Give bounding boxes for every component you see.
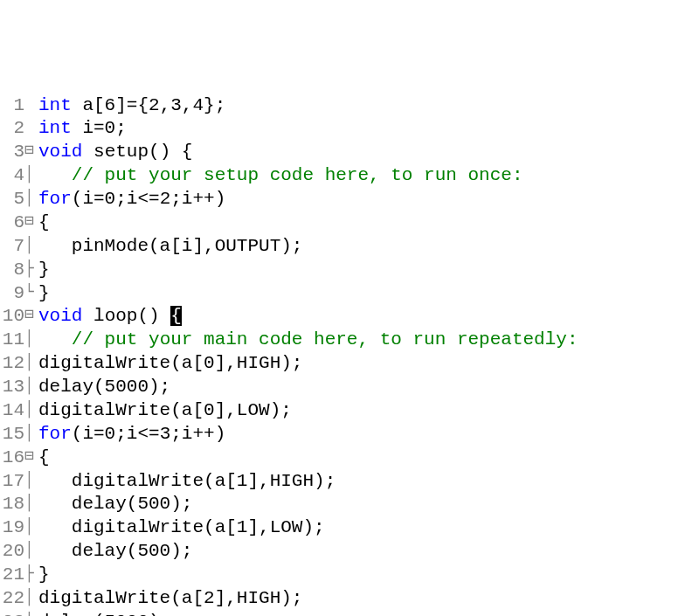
line-number: 9 [0,282,24,306]
line-number: 3 [0,141,24,164]
fold-gutter: │ [24,164,37,188]
code-line[interactable]: 1 int a[6]={2,3,4}; [0,94,699,118]
fold-gutter: │ [24,470,37,494]
code-line[interactable]: 22│digitalWrite(a[2],HIGH); [0,587,699,611]
fold-gutter: ├ [24,564,37,587]
code-line[interactable]: 4│ // put your setup code here, to run o… [0,164,699,188]
code-content: for(i=0;i<=3;i++) [37,423,225,446]
code-line[interactable]: 18│ delay(500); [0,493,699,516]
code-line[interactable]: 17│ digitalWrite(a[1],HIGH); [0,470,699,494]
code-content: } [37,282,50,306]
code-line[interactable]: 8├} [0,259,699,282]
line-number: 18 [0,493,24,516]
line-number: 14 [0,399,24,423]
code-line[interactable]: 7│ pinMode(a[i],OUTPUT); [0,235,699,259]
code-content: delay(500); [37,493,192,516]
fold-gutter: └ [24,282,37,306]
code-line[interactable]: 12│digitalWrite(a[0],HIGH); [0,352,699,376]
code-content: int a[6]={2,3,4}; [37,94,225,118]
line-number: 13 [0,376,24,399]
line-number: 21 [0,564,24,587]
fold-gutter: ⊟ [24,211,37,235]
code-content: digitalWrite(a[0],HIGH); [37,352,302,376]
code-line[interactable]: 3⊟void setup() { [0,141,699,164]
code-line[interactable]: 6⊟{ [0,211,699,235]
fold-gutter: │ [24,493,37,516]
code-line[interactable]: 14│digitalWrite(a[0],LOW); [0,399,699,423]
line-number: 23 [0,611,24,616]
code-line[interactable]: 20│ delay(500); [0,540,699,564]
line-number: 12 [0,352,24,376]
code-content: { [37,446,50,470]
code-content: void loop() { [37,305,182,329]
fold-gutter: │ [24,611,37,616]
code-line[interactable]: 19│ digitalWrite(a[1],LOW); [0,516,699,540]
fold-gutter: │ [24,235,37,259]
line-number: 22 [0,587,24,611]
fold-gutter: │ [24,587,37,611]
line-number: 8 [0,259,24,282]
line-number: 11 [0,329,24,352]
line-number: 4 [0,164,24,188]
fold-gutter: │ [24,376,37,399]
line-number: 17 [0,470,24,494]
code-content: // put your main code here, to run repea… [37,329,578,352]
code-line[interactable]: 5│for(i=0;i<=2;i++) [0,188,699,211]
code-content: pinMode(a[i],OUTPUT); [37,235,302,259]
fold-gutter: ⊟ [24,141,37,164]
code-content: } [37,564,50,587]
code-line[interactable]: 11│ // put your main code here, to run r… [0,329,699,352]
fold-gutter [24,117,37,141]
code-content: digitalWrite(a[1],LOW); [37,516,325,540]
fold-gutter: ⊟ [24,446,37,470]
line-number: 20 [0,540,24,564]
line-number: 5 [0,188,24,211]
code-content: for(i=0;i<=2;i++) [37,188,225,211]
fold-gutter: │ [24,423,37,446]
code-content: delay(5000); [37,611,170,616]
code-content: { [37,211,50,235]
fold-gutter: │ [24,516,37,540]
code-line[interactable]: 10⊟void loop() { [0,305,699,329]
line-number: 2 [0,117,24,141]
code-content: delay(500); [37,540,192,564]
line-number: 6 [0,211,24,235]
code-line[interactable]: 13│delay(5000); [0,376,699,399]
line-number: 7 [0,235,24,259]
line-number: 16 [0,446,24,470]
code-line[interactable]: 16⊟{ [0,446,699,470]
fold-gutter: │ [24,329,37,352]
fold-gutter: │ [24,399,37,423]
code-content: digitalWrite(a[1],HIGH); [37,470,336,494]
fold-gutter: │ [24,352,37,376]
code-content: digitalWrite(a[0],LOW); [37,399,292,423]
code-content: delay(5000); [37,376,170,399]
fold-gutter: ├ [24,259,37,282]
code-line[interactable]: 15│for(i=0;i<=3;i++) [0,423,699,446]
line-number: 19 [0,516,24,540]
code-editor[interactable]: 1 int a[6]={2,3,4};2 int i=0;3⊟void setu… [0,94,699,617]
line-number: 15 [0,423,24,446]
line-number: 1 [0,94,24,118]
code-content: } [37,259,50,282]
code-content: // put your setup code here, to run once… [37,164,523,188]
code-line[interactable]: 2 int i=0; [0,117,699,141]
fold-gutter: │ [24,188,37,211]
code-line[interactable]: 21├} [0,564,699,587]
fold-gutter: ⊟ [24,305,37,329]
fold-gutter [24,94,37,118]
code-content: digitalWrite(a[2],HIGH); [37,587,302,611]
line-number: 10 [0,305,24,329]
code-content: void setup() { [37,141,192,164]
code-content: int i=0; [37,117,127,141]
code-line[interactable]: 23│delay(5000); [0,611,699,616]
code-line[interactable]: 9└} [0,282,699,306]
fold-gutter: │ [24,540,37,564]
